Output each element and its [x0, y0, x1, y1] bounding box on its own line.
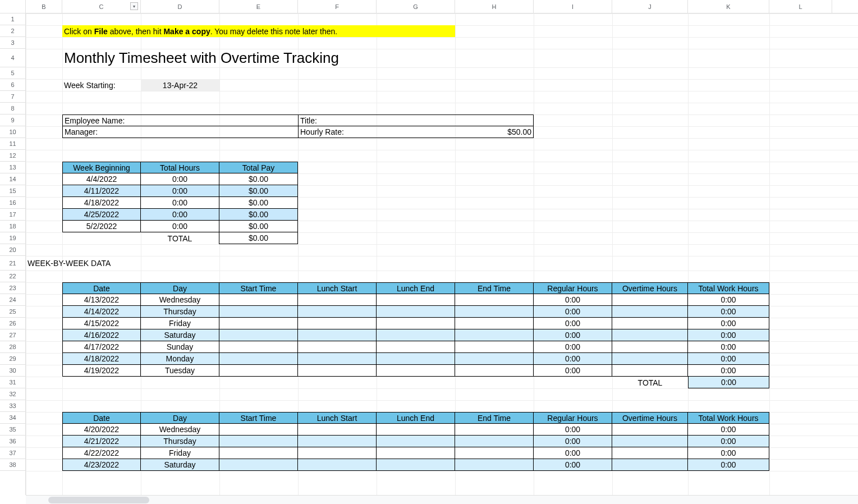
week-cell-ot[interactable]	[612, 365, 688, 377]
week-cell-reg[interactable]: 0:00	[534, 447, 612, 459]
week-cell-end[interactable]	[455, 318, 534, 329]
row-header-1[interactable]: 1	[0, 13, 25, 25]
week-cell-date[interactable]: 4/21/2022	[62, 436, 141, 447]
col-header-C[interactable]: C▾	[62, 0, 141, 13]
week-cell-lstart[interactable]	[298, 459, 377, 471]
week-cell-date[interactable]: 4/13/2022	[62, 294, 141, 306]
week-cell-total[interactable]: 0:00	[688, 459, 769, 471]
week-cell-total[interactable]: 0:00	[688, 341, 769, 353]
week-cell-reg[interactable]: 0:00	[534, 353, 612, 365]
row-header-10[interactable]: 10	[0, 126, 25, 138]
week-cell-reg[interactable]: 0:00	[534, 306, 612, 318]
summary-week[interactable]: 4/25/2022	[62, 209, 141, 221]
col-header-J[interactable]: J	[612, 0, 688, 13]
title-label[interactable]: Title:	[298, 114, 455, 126]
week-cell-lend[interactable]	[377, 353, 455, 365]
row-header-22[interactable]: 22	[0, 271, 25, 282]
col-header-F[interactable]: F	[298, 0, 377, 13]
row-header-9[interactable]: 9	[0, 114, 25, 126]
summary-pay[interactable]: $0.00	[219, 221, 298, 232]
week-cell-lend[interactable]	[377, 318, 455, 329]
week-cell-day[interactable]: Wednesday	[141, 424, 219, 436]
summary-pay[interactable]: $0.00	[219, 173, 298, 185]
row-header-28[interactable]: 28	[0, 341, 25, 353]
week-cell-total[interactable]: 0:00	[688, 365, 769, 377]
week-cell-reg[interactable]: 0:00	[534, 318, 612, 329]
row-header-36[interactable]: 36	[0, 436, 25, 447]
hourly-rate-value[interactable]: $50.00	[377, 126, 534, 138]
week-cell-start[interactable]	[219, 424, 298, 436]
week-cell-day[interactable]: Friday	[141, 447, 219, 459]
horizontal-scrollbar[interactable]	[26, 495, 858, 504]
row-header-32[interactable]: 32	[0, 388, 25, 400]
week-cell-ot[interactable]	[612, 353, 688, 365]
week-cell-day[interactable]: Friday	[141, 318, 219, 329]
week-cell-end[interactable]	[455, 341, 534, 353]
week-cell-end[interactable]	[455, 306, 534, 318]
week-cell-start[interactable]	[219, 353, 298, 365]
week-cell-total[interactable]: 0:00	[688, 329, 769, 341]
week-starting-value[interactable]: 13-Apr-22	[141, 79, 219, 91]
summary-hours[interactable]: 0:00	[141, 197, 219, 209]
week-cell-lend[interactable]	[377, 459, 455, 471]
week-cell-total[interactable]: 0:00	[688, 436, 769, 447]
week-cell-lend[interactable]	[377, 447, 455, 459]
week-cell-lend[interactable]	[377, 294, 455, 306]
week-cell-date[interactable]: 4/14/2022	[62, 306, 141, 318]
week-cell-start[interactable]	[219, 447, 298, 459]
week-cell-ot[interactable]	[612, 306, 688, 318]
week-cell-start[interactable]	[219, 459, 298, 471]
week-cell-lstart[interactable]	[298, 436, 377, 447]
week-cell-end[interactable]	[455, 329, 534, 341]
row-header-21[interactable]: 21	[0, 256, 25, 271]
week-cell-end[interactable]	[455, 424, 534, 436]
select-all-corner[interactable]	[0, 0, 26, 13]
row-header-20[interactable]: 20	[0, 244, 25, 256]
week-cell-lstart[interactable]	[298, 318, 377, 329]
row-header-24[interactable]: 24	[0, 294, 25, 306]
week-cell-end[interactable]	[455, 447, 534, 459]
week-cell-lend[interactable]	[377, 365, 455, 377]
row-header-37[interactable]: 37	[0, 447, 25, 459]
week-cell-day[interactable]: Thursday	[141, 306, 219, 318]
row-header-18[interactable]: 18	[0, 221, 25, 232]
week-cell-day[interactable]: Saturday	[141, 329, 219, 341]
week-cell-total[interactable]: 0:00	[688, 318, 769, 329]
week-cell-end[interactable]	[455, 459, 534, 471]
row-header-25[interactable]: 25	[0, 306, 25, 318]
summary-hours[interactable]: 0:00	[141, 173, 219, 185]
week-cell-ot[interactable]	[612, 459, 688, 471]
week-cell-start[interactable]	[219, 365, 298, 377]
col-header-G[interactable]: G	[377, 0, 455, 13]
summary-hours[interactable]: 0:00	[141, 221, 219, 232]
row-header-26[interactable]: 26	[0, 318, 25, 329]
summary-pay[interactable]: $0.00	[219, 209, 298, 221]
week-cell-ot[interactable]	[612, 318, 688, 329]
week-cell-total[interactable]: 0:00	[688, 447, 769, 459]
summary-hours[interactable]: 0:00	[141, 209, 219, 221]
week-cell-day[interactable]: Saturday	[141, 459, 219, 471]
week-cell-lend[interactable]	[377, 424, 455, 436]
week-cell-end[interactable]	[455, 436, 534, 447]
col-header-I[interactable]: I	[534, 0, 612, 13]
row-header-12[interactable]: 12	[0, 150, 25, 162]
row-header-34[interactable]: 34	[0, 412, 25, 424]
week-cell-reg[interactable]: 0:00	[534, 436, 612, 447]
week-cell-total[interactable]: 0:00	[688, 306, 769, 318]
summary-pay[interactable]: $0.00	[219, 185, 298, 197]
week-cell-reg[interactable]: 0:00	[534, 424, 612, 436]
week-cell-start[interactable]	[219, 436, 298, 447]
row-header-23[interactable]: 23	[0, 282, 25, 294]
week-cell-end[interactable]	[455, 294, 534, 306]
week-cell-end[interactable]	[455, 353, 534, 365]
week-cell-day[interactable]: Sunday	[141, 341, 219, 353]
summary-hours[interactable]: 0:00	[141, 185, 219, 197]
week-cell-lend[interactable]	[377, 436, 455, 447]
week-cell-end[interactable]	[455, 365, 534, 377]
week-cell-date[interactable]: 4/18/2022	[62, 353, 141, 365]
week-cell-lend[interactable]	[377, 341, 455, 353]
row-header-6[interactable]: 6	[0, 79, 25, 91]
week-cell-reg[interactable]: 0:00	[534, 294, 612, 306]
week-cell-start[interactable]	[219, 294, 298, 306]
summary-pay[interactable]: $0.00	[219, 197, 298, 209]
